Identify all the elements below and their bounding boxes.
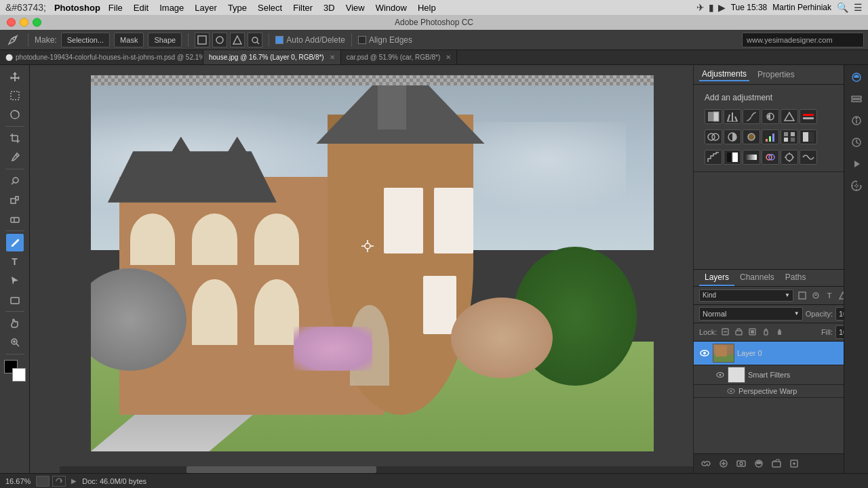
menu-3d[interactable]: 3D [318, 0, 340, 15]
tab-adjustments[interactable]: Adjustments [699, 68, 749, 81]
background-color[interactable] [12, 368, 26, 382]
invert-icon[interactable] [800, 129, 817, 144]
tool-mode-btn2[interactable] [212, 33, 227, 47]
canvas-area[interactable] [30, 65, 693, 473]
mask-btn[interactable]: Mask [114, 33, 144, 47]
tab-house[interactable]: house.jpg @ 16.7% (Layer 0, RGB/8*) ✕ [203, 50, 341, 64]
zoom-tool[interactable] [6, 333, 24, 351]
selection-btn[interactable]: Selection... [61, 33, 110, 47]
canvas-indicator[interactable] [36, 476, 50, 487]
horizontal-scrollbar[interactable] [60, 466, 693, 473]
new-layer-icon[interactable] [787, 457, 801, 470]
perspective-warp-visibility[interactable] [726, 386, 736, 396]
shape-tool[interactable] [6, 291, 24, 308]
tab-paths[interactable]: Paths [780, 270, 812, 286]
lock-position-icon[interactable] [760, 327, 771, 338]
tab-layers[interactable]: Layers [699, 270, 734, 286]
perspective-warp-item[interactable]: Perspective Warp [694, 385, 868, 398]
smart-filters-visibility[interactable] [715, 370, 725, 380]
color-lookup-icon[interactable] [781, 129, 798, 144]
pen-tool-icon[interactable] [4, 31, 22, 49]
path-selection-tool[interactable] [6, 272, 24, 289]
hdr-toning-icon[interactable] [800, 150, 817, 165]
tab-car[interactable]: car.psd @ 51.9% (car, RGB/8*) ✕ [341, 50, 458, 64]
smart-filters-item[interactable]: Smart Filters [694, 365, 868, 385]
pen-tool[interactable] [6, 234, 24, 251]
marquee-tool[interactable] [6, 87, 24, 104]
menu-view[interactable]: View [340, 0, 370, 15]
apple-menu[interactable]: &#63743; [5, 2, 46, 13]
add-mask-icon[interactable] [734, 457, 748, 470]
eraser-tool[interactable] [6, 210, 24, 228]
panel-icon-actions[interactable] [847, 155, 866, 174]
posterize-icon[interactable] [705, 150, 722, 165]
lock-artboard-icon[interactable] [747, 327, 757, 338]
panel-icon-color[interactable] [847, 176, 866, 195]
notification-icon[interactable]: ☰ [854, 2, 863, 13]
menu-image[interactable]: Image [154, 0, 189, 15]
shape-btn[interactable]: Shape [148, 33, 182, 47]
menu-filter[interactable]: Filter [288, 0, 318, 15]
tab-close-3[interactable]: ✕ [446, 54, 451, 61]
selective-color-icon[interactable] [762, 150, 779, 165]
blend-mode-dropdown[interactable]: Normal ▼ [699, 307, 803, 321]
lock-image-icon[interactable] [733, 327, 744, 338]
tab-close-2[interactable]: ✕ [330, 54, 335, 61]
gradient-map-icon[interactable] [743, 150, 760, 165]
channel-mixer-icon[interactable] [762, 129, 779, 144]
type-tool[interactable]: T [6, 253, 24, 270]
move-tool[interactable] [6, 68, 24, 85]
panel-icon-adjustments[interactable] [847, 68, 866, 87]
hand-tool[interactable] [6, 314, 24, 332]
menu-type[interactable]: Type [222, 0, 252, 15]
levels-icon[interactable] [724, 109, 741, 124]
link-layers-icon[interactable] [699, 457, 713, 470]
healing-brush-tool[interactable] [6, 172, 24, 190]
panel-icon-layers[interactable] [847, 89, 866, 108]
lock-all-icon[interactable] [774, 327, 785, 338]
tab-properties[interactable]: Properties [755, 68, 797, 81]
filter-pixel-icon[interactable] [796, 289, 808, 302]
photo-filter-icon[interactable] [743, 129, 760, 144]
add-adjustment-layer-icon[interactable] [752, 457, 766, 470]
add-layer-style-icon[interactable] [717, 457, 730, 470]
menu-layer[interactable]: Layer [189, 0, 222, 15]
shadow-highlight-icon[interactable] [781, 150, 798, 165]
curves-icon[interactable] [743, 109, 760, 124]
maximize-button[interactable] [33, 18, 41, 27]
play-btn[interactable]: ▶ [71, 477, 77, 485]
canvas-rotate-icon[interactable] [52, 476, 66, 487]
tab-channels[interactable]: Channels [734, 270, 780, 286]
clone-stamp-tool[interactable] [6, 191, 24, 209]
eyedropper-tool[interactable] [6, 148, 24, 166]
menu-help[interactable]: Help [412, 0, 441, 15]
close-button[interactable] [7, 18, 16, 27]
lock-transparent-icon[interactable] [719, 327, 730, 338]
tool-mode-btn1[interactable] [195, 33, 210, 47]
hue-saturation-icon[interactable] [800, 109, 817, 124]
tool-mode-btn3[interactable] [230, 33, 245, 47]
foreground-background-colors[interactable] [4, 360, 26, 382]
filter-adjust-icon[interactable] [810, 289, 822, 302]
layer-item-0[interactable]: Layer 0 [694, 342, 868, 365]
lasso-tool[interactable] [6, 106, 24, 123]
menu-edit[interactable]: Edit [128, 0, 154, 15]
menu-select[interactable]: Select [252, 0, 288, 15]
spotlight-icon[interactable]: 🔍 [837, 2, 848, 13]
threshold-icon[interactable] [724, 150, 741, 165]
align-edges-checkbox[interactable] [358, 36, 366, 44]
color-balance-icon[interactable] [705, 129, 722, 144]
panel-icon-info[interactable] [847, 111, 866, 130]
scrollbar-thumb[interactable] [186, 466, 376, 473]
layer-visibility-0[interactable] [699, 348, 710, 359]
vibrance-icon[interactable] [781, 109, 798, 124]
menu-window[interactable]: Window [370, 0, 412, 15]
url-bar[interactable]: www.yesimadesigner.com [742, 33, 864, 47]
brightness-contrast-icon[interactable] [705, 109, 722, 124]
black-white-icon[interactable] [724, 129, 741, 144]
filter-type-icon[interactable]: T [823, 289, 835, 302]
minimize-button[interactable] [20, 18, 28, 27]
photo-canvas[interactable] [91, 85, 654, 451]
tab-photodune[interactable]: ⚪ photodune-199434-colorful-houses-in-st… [0, 50, 203, 64]
auto-add-delete-checkbox[interactable] [275, 36, 283, 44]
